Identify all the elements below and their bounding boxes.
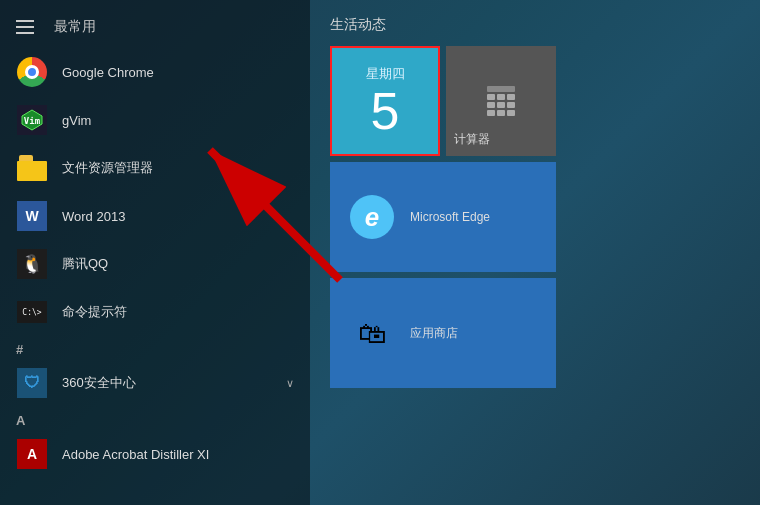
app-item-gvim[interactable]: Vim gVim (0, 96, 310, 144)
app-list: Google Chrome Vim gVim (0, 48, 310, 505)
start-menu: 最常用 Google Chrome Vim (0, 0, 760, 505)
expand-icon: ∨ (286, 377, 294, 390)
app-item-cmd[interactable]: C:\> 命令提示符 (0, 288, 310, 336)
app-item-chrome[interactable]: Google Chrome (0, 48, 310, 96)
app-item-acrobat[interactable]: A Adobe Acrobat Distiller XI (0, 430, 310, 478)
tiles-grid: 星期四 5 计算器 (330, 46, 740, 388)
qq-label: 腾讯QQ (62, 255, 108, 273)
right-panel: 生活动态 星期四 5 (310, 0, 760, 505)
edge-icon: e (350, 195, 394, 239)
360-icon: 🛡 (16, 367, 48, 399)
gvim-icon: Vim (16, 104, 48, 136)
word-icon: W (16, 200, 48, 232)
svg-text:Vim: Vim (24, 116, 41, 126)
calendar-day-number: 5 (371, 85, 400, 137)
folder-icon (16, 152, 48, 184)
calc-icon (487, 86, 515, 116)
360-label: 360安全中心 (62, 374, 136, 392)
most-used-title: 最常用 (54, 18, 96, 36)
header-row: 最常用 (0, 10, 310, 48)
tile-store[interactable]: 🛍 应用商店 (330, 278, 556, 388)
tile-edge[interactable]: e Microsoft Edge (330, 162, 556, 272)
chrome-label: Google Chrome (62, 65, 154, 80)
gvim-label: gVim (62, 113, 91, 128)
section-a: A (0, 407, 310, 430)
tile-calc[interactable]: 计算器 (446, 46, 556, 156)
hamburger-menu-icon[interactable] (16, 20, 34, 34)
live-tiles-title: 生活动态 (330, 16, 740, 34)
acrobat-icon: A (16, 438, 48, 470)
app-item-360[interactable]: 🛡 360安全中心 ∨ (0, 359, 310, 407)
store-label: 应用商店 (410, 325, 458, 342)
file-explorer-label: 文件资源管理器 (62, 159, 153, 177)
edge-label: Microsoft Edge (410, 210, 490, 224)
app-item-word[interactable]: W Word 2013 (0, 192, 310, 240)
qq-icon: 🐧 (16, 248, 48, 280)
acrobat-label: Adobe Acrobat Distiller XI (62, 447, 209, 462)
store-icon: 🛍 (350, 311, 394, 355)
word-label: Word 2013 (62, 209, 125, 224)
app-item-qq[interactable]: 🐧 腾讯QQ (0, 240, 310, 288)
tile-calendar[interactable]: 星期四 5 (330, 46, 440, 156)
calendar-day-name: 星期四 (366, 65, 405, 83)
cmd-icon: C:\> (16, 296, 48, 328)
app-item-file-explorer[interactable]: 文件资源管理器 (0, 144, 310, 192)
cmd-label: 命令提示符 (62, 303, 127, 321)
calc-label: 计算器 (454, 131, 490, 148)
section-hash: # (0, 336, 310, 359)
chrome-icon (16, 56, 48, 88)
left-panel: 最常用 Google Chrome Vim (0, 0, 310, 505)
